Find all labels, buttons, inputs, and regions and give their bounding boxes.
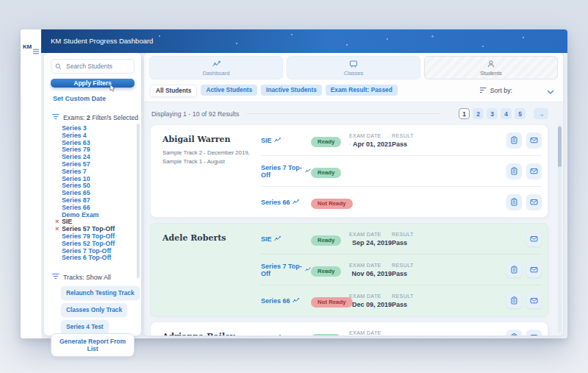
generate-report-button[interactable]: Generate Report From List — [51, 333, 135, 357]
row-actions — [506, 330, 542, 335]
result-value: Pass — [392, 239, 526, 246]
search-input[interactable] — [65, 62, 130, 71]
exam-date-label: EXAM DATE — [349, 293, 392, 299]
sidebar-exam-filter-label: Series 7 Top-Off — [62, 247, 111, 255]
app-title: KM Student Progress Dashboard — [51, 37, 153, 45]
email-button[interactable] — [526, 330, 542, 335]
sidebar-exam-filter-label: SIE — [62, 218, 72, 225]
pagination-page-button[interactable]: 4 — [501, 108, 512, 119]
exam-date-label: EXAM DATE — [349, 132, 392, 139]
km-logo: KM — [23, 44, 32, 50]
tab-students-label: Students — [480, 70, 502, 77]
student-list: Abigail Warren Sample Track 2 - December… — [150, 124, 557, 335]
email-button[interactable] — [526, 132, 542, 148]
pagination-next-button[interactable]: → — [534, 108, 548, 119]
sidebar-exam-filter-label: Series 50 — [62, 182, 90, 189]
status-cell: Ready — [311, 164, 349, 178]
sort-by-control[interactable]: Sort by: — [480, 87, 512, 95]
apply-filters-label: Apply Filters — [74, 79, 111, 87]
email-button[interactable] — [526, 262, 542, 277]
tab-classes[interactable]: Classes — [287, 56, 420, 79]
row-actions — [506, 293, 542, 308]
track-filter-button[interactable]: Classes Only Track — [61, 303, 127, 316]
exam-link[interactable]: SIE — [261, 235, 311, 243]
exam-rows: SIE Ready EXAM DATE May 08, 2021 — [261, 322, 548, 335]
search-box[interactable] — [51, 59, 135, 74]
exam-name-label: Series 66 — [261, 199, 290, 206]
mail-icon — [530, 296, 538, 305]
cursor-pointer-icon — [110, 85, 115, 93]
sidebar-exam-filter-label: Series 10 — [62, 175, 90, 182]
chevron-down-icon[interactable] — [547, 84, 554, 97]
exam-row: SIE Ready EXAM DATE Apr 01, 2021 RESULT … — [261, 125, 542, 155]
apply-filters-button[interactable]: Apply Filters — [51, 79, 135, 88]
row-actions — [526, 231, 542, 246]
result-cell: RESULT Pass — [392, 132, 506, 148]
filter-chip[interactable]: All Students — [150, 85, 197, 97]
report-button[interactable] — [506, 330, 522, 335]
sparkle-decoration — [346, 44, 348, 46]
exam-link[interactable]: Series 66 — [261, 199, 311, 206]
report-button[interactable] — [506, 194, 522, 210]
exam-date-cell: EXAM DATE Nov 06, 2019 — [349, 262, 392, 277]
filter-chip[interactable]: Active Students — [201, 85, 257, 96]
exam-link[interactable]: Series 7 Top-Off — [261, 263, 311, 277]
set-custom-date-link[interactable]: Set Custom Date — [51, 95, 135, 102]
report-button[interactable] — [506, 293, 522, 308]
exam-link[interactable]: Series 66 — [261, 297, 311, 305]
email-button[interactable] — [526, 231, 542, 246]
sidebar-exam-filter[interactable]: Series 6 Top-Off — [62, 255, 135, 262]
list-scrollbar[interactable] — [558, 124, 562, 333]
exam-date-label: EXAM DATE — [349, 262, 392, 269]
tab-students[interactable]: Students — [424, 56, 558, 79]
pagination-page-button[interactable]: 5 — [514, 108, 526, 119]
sidebar: Apply Filters Set Custom Date Exams: 2 F… — [44, 53, 141, 335]
result-cell: RESULT Pass — [392, 293, 506, 308]
email-button[interactable] — [526, 194, 542, 210]
sparkle-decoration — [291, 34, 293, 35]
sidebar-scrollbar[interactable] — [137, 124, 140, 278]
track-filter-button[interactable]: Series 4 Test — [61, 320, 109, 333]
pagination-page-button[interactable]: 3 — [487, 108, 498, 119]
exam-rows: SIE Ready EXAM DATE Sep 24, 2019 RESULT … — [261, 224, 548, 316]
report-button[interactable] — [506, 262, 522, 277]
mail-icon — [530, 266, 538, 274]
exam-date-value: Sep 24, 2019 — [352, 239, 392, 246]
exam-row: SIE Ready EXAM DATE May 08, 2021 — [261, 322, 542, 335]
email-button[interactable] — [526, 163, 542, 179]
exam-link[interactable]: Series 7 Top-Off — [261, 164, 311, 179]
students-person-icon — [487, 60, 495, 68]
tab-classes-label: Classes — [344, 70, 364, 77]
status-cell: Ready — [311, 330, 349, 335]
app-header: KM Student Progress Dashboard + — [41, 29, 567, 53]
exam-date-cell: EXAM DATE Apr 01, 2021 — [349, 132, 392, 148]
tab-dashboard[interactable]: Dashboard — [149, 56, 283, 79]
exam-link[interactable]: SIE — [261, 334, 311, 336]
filter-chip[interactable]: Exam Result: Passed — [326, 85, 398, 96]
report-button[interactable] — [506, 163, 522, 179]
scrollbar-thumb[interactable] — [558, 127, 562, 167]
exam-name-label: Series 7 Top-Off — [261, 164, 303, 179]
filter-chip[interactable]: Inactive Students — [261, 85, 322, 96]
student-card: Adele Roberts SIE Ready EXAM DATE Sep 24… — [150, 223, 548, 316]
sparkle-decoration — [482, 46, 484, 47]
sparkle-decoration — [523, 37, 524, 38]
trend-icon — [274, 334, 281, 335]
result-label: RESULT — [392, 132, 506, 139]
pagination-page-button[interactable]: 1 — [459, 108, 470, 119]
exam-filter-list: Series 3Series 4Series 63Series 79Series… — [62, 125, 135, 262]
exam-name-label: SIE — [261, 137, 272, 144]
sidebar-exam-filter[interactable]: Demo Exam — [62, 212, 135, 219]
student-tracks: Sample Track 2 - December 2019, Sample T… — [162, 149, 257, 166]
exam-link[interactable]: SIE — [261, 137, 311, 144]
results-row: Displaying 1 - 10 of 92 Results 12345 → — [150, 107, 557, 124]
exam-date-label: EXAM DATE — [349, 231, 392, 238]
email-button[interactable] — [526, 293, 542, 308]
report-icon — [510, 167, 518, 175]
pagination-page-button[interactable]: 2 — [473, 108, 484, 119]
hamburger-menu-icon[interactable] — [33, 44, 39, 57]
report-button[interactable] — [506, 132, 522, 148]
student-info: Abigail Warren Sample Track 2 - December… — [162, 125, 261, 217]
track-filter-button[interactable]: Relaunch Testing Track — [61, 286, 140, 299]
remove-filter-icon[interactable]: × — [55, 226, 59, 233]
